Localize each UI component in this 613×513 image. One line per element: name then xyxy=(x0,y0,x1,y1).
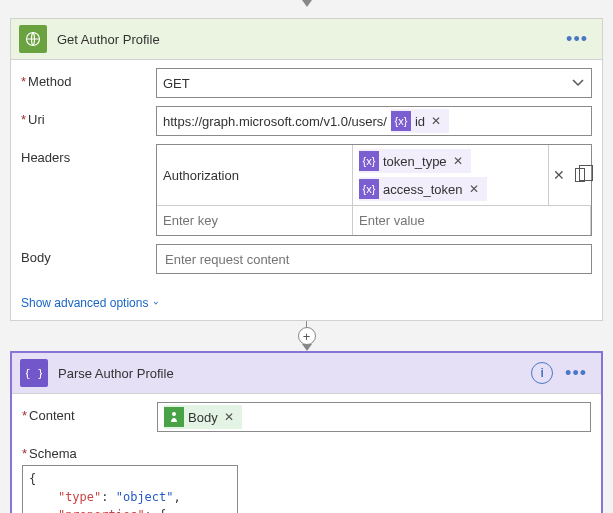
chevron-down-icon xyxy=(571,75,585,92)
uri-input[interactable]: https://graph.microsoft.com/v1.0/users/ … xyxy=(156,106,592,136)
copy-header-button[interactable] xyxy=(569,145,591,205)
remove-token-icon[interactable]: ✕ xyxy=(429,114,443,128)
step-get-author-profile: Get Author Profile ••• Method GET Uri ht… xyxy=(10,18,603,321)
info-button[interactable]: i xyxy=(531,362,553,384)
method-value: GET xyxy=(163,76,190,91)
uri-token-id[interactable]: {x} id ✕ xyxy=(391,109,449,133)
token-label: id xyxy=(415,114,425,129)
method-label: Method xyxy=(21,68,156,89)
code-braces-icon: { } xyxy=(20,359,48,387)
add-step-button[interactable]: + xyxy=(298,327,316,345)
remove-token-icon[interactable]: ✕ xyxy=(222,410,236,424)
card-header[interactable]: Get Author Profile ••• xyxy=(11,19,602,60)
dynamic-content-icon xyxy=(164,407,184,427)
remove-token-icon[interactable]: ✕ xyxy=(451,154,465,168)
token-label: token_type xyxy=(383,154,447,169)
step-title: Get Author Profile xyxy=(57,32,560,47)
copy-icon xyxy=(575,168,585,182)
content-label: Content xyxy=(22,402,157,423)
header-key-cell[interactable]: Authorization xyxy=(157,145,353,205)
header-key-field[interactable] xyxy=(163,213,346,228)
header-token-token-type[interactable]: {x} token_type ✕ xyxy=(359,149,471,173)
svg-text:{ }: { } xyxy=(26,367,42,380)
body-input[interactable] xyxy=(156,244,592,274)
step-title: Parse Author Profile xyxy=(58,366,531,381)
connector: + xyxy=(0,321,613,351)
dynamic-content-icon: {x} xyxy=(359,179,379,199)
more-menu-button[interactable]: ••• xyxy=(559,363,593,384)
header-value-input[interactable] xyxy=(353,205,591,235)
remove-token-icon[interactable]: ✕ xyxy=(467,182,481,196)
headers-table: Authorization {x} token_type ✕ {x} acces… xyxy=(156,144,592,236)
svg-point-2 xyxy=(172,412,176,416)
dynamic-content-icon: {x} xyxy=(359,151,379,171)
chevron-down-icon: › xyxy=(151,301,161,305)
uri-label: Uri xyxy=(21,106,156,127)
step-parse-author-profile: { } Parse Author Profile i ••• Content B… xyxy=(10,351,603,513)
more-menu-button[interactable]: ••• xyxy=(560,29,594,50)
uri-text-prefix: https://graph.microsoft.com/v1.0/users/ xyxy=(163,114,387,129)
content-token-body[interactable]: Body ✕ xyxy=(164,405,242,429)
card-header[interactable]: { } Parse Author Profile i ••• xyxy=(12,353,601,394)
body-field[interactable] xyxy=(163,248,585,271)
header-key-input[interactable] xyxy=(157,205,353,235)
remove-header-button[interactable]: ✕ xyxy=(549,145,569,205)
dynamic-content-icon: {x} xyxy=(391,111,411,131)
show-advanced-options-link[interactable]: Show advanced options › xyxy=(11,292,602,320)
header-token-access-token[interactable]: {x} access_token ✕ xyxy=(359,177,487,201)
headers-label: Headers xyxy=(21,144,156,165)
token-label: access_token xyxy=(383,182,463,197)
close-icon: ✕ xyxy=(553,167,565,183)
header-value-field[interactable] xyxy=(359,213,584,228)
token-label: Body xyxy=(188,410,218,425)
content-input[interactable]: Body ✕ xyxy=(157,402,591,432)
schema-label: Schema xyxy=(22,440,77,461)
globe-icon xyxy=(19,25,47,53)
method-select[interactable]: GET xyxy=(156,68,592,98)
header-value-cell[interactable]: {x} token_type ✕ {x} access_token ✕ xyxy=(353,145,549,205)
body-label: Body xyxy=(21,244,156,265)
schema-editor[interactable]: { "type": "object", "properties": { "@@o… xyxy=(22,465,238,513)
advanced-link-label: Show advanced options xyxy=(21,296,148,310)
header-key-value: Authorization xyxy=(163,168,239,183)
